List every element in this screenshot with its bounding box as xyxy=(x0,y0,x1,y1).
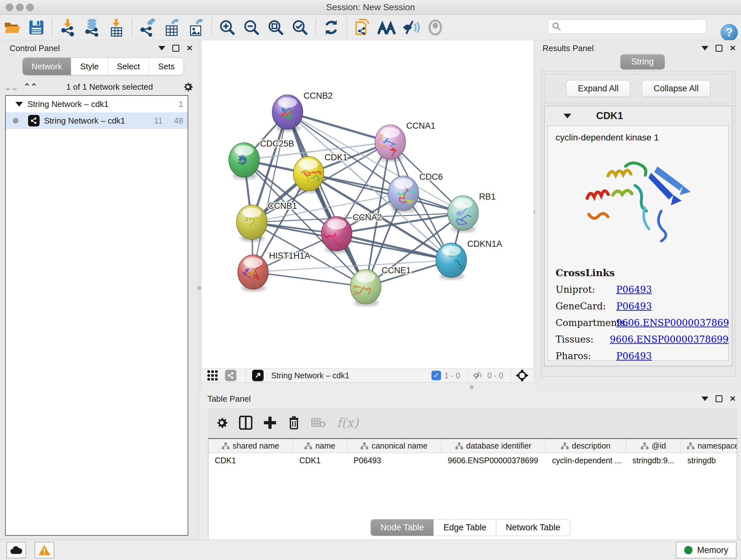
refresh-layout-icon[interactable] xyxy=(322,18,340,37)
crosslink-value-link[interactable]: P06493 xyxy=(616,351,652,361)
column-header-description[interactable]: description xyxy=(546,439,626,453)
import-network-file-icon[interactable] xyxy=(58,18,77,37)
tab-sets[interactable]: Sets xyxy=(149,58,184,75)
table-cell[interactable]: 9606.ENSP00000378699 xyxy=(441,453,546,468)
close-panel-icon[interactable]: ✕ xyxy=(186,44,193,52)
network-collection-row[interactable]: String Network – cdk1 1 xyxy=(6,96,188,112)
expand-all-button[interactable]: Expand All xyxy=(566,80,630,97)
collapse-all-button[interactable]: Collapse All xyxy=(642,80,711,97)
column-header-namespace[interactable]: namespace xyxy=(681,439,737,453)
crosslinks-section: CrossLinks Uniprot:P06493GeneCard:P06493… xyxy=(548,259,729,361)
results-tab-string[interactable]: String xyxy=(620,54,665,69)
gene-description: cyclin-dependent kinase 1 xyxy=(548,126,729,143)
collapse-all-networks-icon[interactable]: ⌄⌄ xyxy=(4,81,17,92)
network-edge[interactable] xyxy=(253,272,366,287)
panel-menu-icon[interactable] xyxy=(158,46,165,51)
open-session-icon[interactable] xyxy=(3,18,21,37)
detach-view-icon[interactable] xyxy=(252,370,264,381)
tab-edge-table[interactable]: Edge Table xyxy=(434,519,496,536)
table-options-gear-icon[interactable] xyxy=(215,416,228,429)
tab-network-table[interactable]: Network Table xyxy=(496,519,570,536)
zoom-in-icon[interactable] xyxy=(218,18,237,37)
left-splitter-handle[interactable] xyxy=(198,286,201,290)
hide-selected-icon[interactable] xyxy=(402,18,420,37)
tab-network[interactable]: Network xyxy=(23,58,71,75)
grid-view-icon[interactable] xyxy=(206,369,219,382)
show-all-icon[interactable] xyxy=(426,18,445,37)
network-node-RB1[interactable]: RB1 xyxy=(448,192,496,233)
network-row[interactable]: String Network – cdk1 11 48 xyxy=(6,112,188,129)
table-cell[interactable]: stringdb xyxy=(681,453,737,468)
table-cell[interactable]: P06493 xyxy=(347,453,441,468)
network-options-gear-icon[interactable] xyxy=(183,81,193,92)
float-panel-icon[interactable] xyxy=(716,45,723,52)
export-network-icon[interactable] xyxy=(138,18,157,37)
network-type-icon[interactable] xyxy=(225,370,237,381)
export-table-icon[interactable] xyxy=(162,18,181,37)
expand-all-networks-icon[interactable]: ⌃⌃ xyxy=(23,81,37,92)
table-cell[interactable]: CDK1 xyxy=(208,453,293,468)
help-button[interactable]: ? xyxy=(721,24,738,41)
table-row[interactable]: CDK1CDK1P064939606.ENSP00000378699cyclin… xyxy=(208,453,737,468)
tab-style[interactable]: Style xyxy=(71,58,108,75)
crosslink-value-link[interactable]: 9606.ENSP00000378699 xyxy=(610,334,729,345)
shared-column-icon xyxy=(455,442,463,449)
crosslink-label: GeneCard: xyxy=(556,301,616,312)
float-panel-icon[interactable] xyxy=(716,395,723,402)
node-label-CCNE1: CCNE1 xyxy=(382,266,411,275)
network-node-CDC6[interactable]: CDC6 xyxy=(388,172,443,212)
add-column-icon[interactable] xyxy=(263,416,277,429)
zoom-fit-icon[interactable] xyxy=(266,18,285,37)
memory-button[interactable]: Memory xyxy=(676,542,737,558)
import-network-database-icon[interactable] xyxy=(83,18,101,37)
search-input[interactable] xyxy=(561,22,706,31)
tab-node-table[interactable]: Node Table xyxy=(370,519,434,536)
crosslink-value-link[interactable]: P06493 xyxy=(616,284,652,295)
show-columns-icon[interactable] xyxy=(239,416,253,430)
delete-column-icon[interactable] xyxy=(287,415,300,430)
close-panel-icon[interactable]: ✕ xyxy=(730,44,736,52)
column-header-name[interactable]: name xyxy=(293,439,347,453)
network-node-CCNA1[interactable]: CCNA1 xyxy=(375,121,435,162)
selected-nodes-checkbox[interactable]: ✓ xyxy=(431,371,441,380)
export-image-icon[interactable] xyxy=(187,18,205,37)
column-header-canonical-name[interactable]: canonical name xyxy=(347,439,441,453)
table-cell[interactable]: cyclin-dependent ... xyxy=(546,453,626,468)
column-header--id[interactable]: @id xyxy=(626,439,681,453)
tab-select[interactable]: Select xyxy=(108,58,149,75)
first-neighbors-icon[interactable] xyxy=(378,18,396,37)
collection-expand-icon[interactable] xyxy=(15,102,23,107)
crosslink-value-link[interactable]: 9606.ENSP00000378699 xyxy=(616,317,729,328)
network-node-CDK1[interactable]: CDK1 xyxy=(293,152,347,193)
table-cell[interactable]: stringdb:9... xyxy=(626,453,681,468)
zoom-selected-icon[interactable] xyxy=(291,18,309,37)
save-session-icon[interactable] xyxy=(27,18,46,37)
panel-menu-icon[interactable] xyxy=(701,396,709,401)
network-list: String Network – cdk1 1 String Network –… xyxy=(5,95,188,536)
hidden-elements-icon xyxy=(473,371,484,380)
cloud-status-button[interactable] xyxy=(6,542,26,558)
network-node-CDKN1A[interactable]: CDKN1A xyxy=(436,239,502,280)
gene-collapse-icon[interactable] xyxy=(563,114,571,118)
crosslink-row: Tissues:9606.ENSP00000378699 xyxy=(556,334,729,345)
network-edge[interactable] xyxy=(253,112,287,272)
column-header-database-identifier[interactable]: database identifier xyxy=(441,439,546,453)
close-panel-icon[interactable]: ✕ xyxy=(730,395,736,402)
warnings-button[interactable] xyxy=(35,542,54,558)
network-node-CCNE1[interactable]: CCNE1 xyxy=(348,266,411,306)
table-toolbar: f(x) xyxy=(208,409,737,437)
zoom-out-icon[interactable] xyxy=(242,18,261,37)
network-edge-count: 48 xyxy=(174,116,183,125)
network-edge[interactable] xyxy=(287,112,390,142)
crosslink-label: Pharos: xyxy=(556,351,616,361)
duplicate-network-icon[interactable] xyxy=(353,18,372,37)
table-cell[interactable]: CDK1 xyxy=(293,453,347,468)
horizontal-splitter-handle[interactable] xyxy=(470,385,474,389)
crosslink-value-link[interactable]: P06493 xyxy=(616,301,652,312)
panel-menu-icon[interactable] xyxy=(701,46,709,51)
float-panel-icon[interactable] xyxy=(172,45,179,52)
import-table-icon[interactable] xyxy=(107,18,125,37)
network-canvas[interactable]: CCNB2CCNA1CDC25BCDK1CDC6RB1CCNB1CCNA2CDK… xyxy=(202,40,534,368)
birdseye-navigator-icon[interactable] xyxy=(516,369,529,382)
column-header-shared-name[interactable]: shared name xyxy=(208,439,293,453)
